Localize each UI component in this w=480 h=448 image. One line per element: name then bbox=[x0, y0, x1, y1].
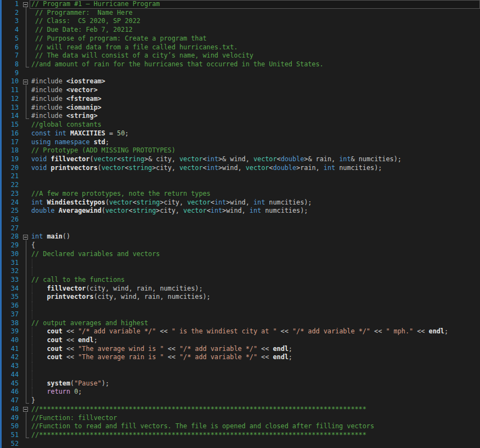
code-text[interactable]: //**************************************… bbox=[31, 431, 480, 440]
code-text[interactable]: // will read data from a file called hur… bbox=[31, 43, 480, 52]
line-number[interactable]: 14 bbox=[2, 112, 19, 121]
code-text[interactable] bbox=[31, 216, 480, 224]
line-number[interactable]: 11 bbox=[2, 86, 19, 95]
line-number[interactable]: 38 bbox=[2, 319, 19, 328]
line-number[interactable]: 47 bbox=[2, 396, 19, 405]
code-text[interactable]: } bbox=[31, 396, 480, 405]
code-text[interactable]: using namespace std; bbox=[31, 138, 480, 147]
code-text[interactable]: // Program #1 – Hurricane Program bbox=[31, 0, 480, 9]
code-text[interactable]: const int MAXCITIES = 50; bbox=[31, 129, 480, 138]
code-text[interactable] bbox=[31, 181, 480, 190]
fold-collapse-icon[interactable] bbox=[23, 2, 28, 7]
line-number[interactable]: 50 bbox=[2, 422, 19, 431]
code-text[interactable]: // Purpose of program: Create a program … bbox=[31, 35, 480, 43]
code-text[interactable] bbox=[31, 440, 480, 448]
line-number[interactable]: 2 bbox=[2, 9, 19, 18]
code-text[interactable]: // Due Date: Feb 7, 20212 bbox=[31, 26, 480, 35]
line-number[interactable]: 1 bbox=[2, 0, 19, 9]
line-number[interactable]: 8 bbox=[2, 60, 19, 69]
line-number[interactable]: 30 bbox=[2, 250, 19, 259]
line-number[interactable]: 12 bbox=[2, 95, 19, 104]
code-text[interactable]: // Declared variables and vectors bbox=[31, 250, 480, 259]
line-number[interactable]: 3 bbox=[2, 17, 19, 26]
code-text[interactable]: //**************************************… bbox=[31, 405, 480, 414]
code-text[interactable] bbox=[31, 302, 480, 310]
code-text[interactable]: printvectors(city, wind, rain, numcities… bbox=[31, 293, 480, 302]
line-number[interactable]: 44 bbox=[2, 371, 19, 379]
code-text[interactable]: #include <iomanip> bbox=[31, 104, 480, 112]
line-number[interactable]: 48 bbox=[2, 405, 19, 414]
line-number[interactable]: 52 bbox=[2, 440, 19, 448]
line-number[interactable]: 46 bbox=[2, 388, 19, 396]
code-text[interactable]: return 0; bbox=[31, 388, 480, 396]
line-number[interactable]: 16 bbox=[2, 129, 19, 138]
line-number[interactable]: 42 bbox=[2, 353, 19, 362]
line-number[interactable]: 18 bbox=[2, 146, 19, 155]
code-text[interactable] bbox=[31, 69, 480, 78]
line-number[interactable]: 22 bbox=[2, 181, 19, 190]
code-text[interactable]: //Function: fillvector bbox=[31, 414, 480, 423]
line-number[interactable]: 17 bbox=[2, 138, 19, 147]
code-text[interactable]: // output averages and highest bbox=[31, 319, 480, 328]
line-number[interactable]: 10 bbox=[2, 77, 19, 86]
code-text[interactable]: int main() bbox=[31, 232, 480, 241]
line-number[interactable]: 34 bbox=[2, 285, 19, 293]
line-number[interactable]: 39 bbox=[2, 327, 19, 336]
line-number[interactable]: 37 bbox=[2, 310, 19, 319]
line-number[interactable]: 36 bbox=[2, 302, 19, 310]
line-number[interactable]: 21 bbox=[2, 172, 19, 181]
fold-collapse-icon[interactable] bbox=[23, 80, 28, 84]
code-text[interactable]: system("Pause"); bbox=[31, 379, 480, 388]
line-number[interactable]: 41 bbox=[2, 345, 19, 354]
fold-collapse-icon[interactable] bbox=[23, 235, 28, 240]
line-number[interactable]: 24 bbox=[2, 199, 19, 207]
code-text[interactable]: //A few more prototypes, note the return… bbox=[31, 190, 480, 199]
line-number[interactable]: 45 bbox=[2, 379, 19, 388]
code-text[interactable]: cout << "/* add variable */" << " is the… bbox=[31, 327, 480, 336]
line-number[interactable]: 15 bbox=[2, 121, 19, 129]
code-text[interactable]: fillvector(city, wind, rain, numcities); bbox=[31, 285, 480, 293]
line-number[interactable]: 19 bbox=[2, 155, 19, 164]
line-number[interactable]: 9 bbox=[2, 69, 19, 78]
code-text[interactable]: #include <vector> bbox=[31, 86, 480, 95]
line-number[interactable]: 49 bbox=[2, 414, 19, 423]
code-text[interactable]: void fillvector(vector<string>& city, ve… bbox=[31, 155, 480, 164]
line-number[interactable]: 28 bbox=[2, 232, 19, 241]
code-text[interactable] bbox=[31, 371, 480, 379]
code-text[interactable]: #include <string> bbox=[31, 112, 480, 121]
code-text[interactable]: int Windiestcitypos(vector<string>city, … bbox=[31, 199, 480, 207]
line-number[interactable]: 43 bbox=[2, 362, 19, 371]
line-number[interactable]: 51 bbox=[2, 431, 19, 440]
code-text[interactable]: cout << "The average rain is " << "/* ad… bbox=[31, 353, 480, 362]
code-text[interactable]: // Class: CS 2020, SP 2022 bbox=[31, 17, 480, 26]
line-number[interactable]: 7 bbox=[2, 52, 19, 60]
code-text[interactable]: // call to the functions bbox=[31, 276, 480, 285]
code-text[interactable]: // The data will consist of a city’s nam… bbox=[31, 52, 480, 60]
code-text[interactable] bbox=[31, 267, 480, 276]
line-number[interactable]: 6 bbox=[2, 43, 19, 52]
line-number[interactable]: 4 bbox=[2, 26, 19, 35]
fold-collapse-icon[interactable] bbox=[23, 407, 28, 412]
code-text[interactable]: void printvectors(vector<string>city, ve… bbox=[31, 164, 480, 173]
code-text[interactable] bbox=[31, 172, 480, 181]
line-number[interactable]: 35 bbox=[2, 293, 19, 302]
code-text[interactable] bbox=[31, 310, 480, 319]
code-text[interactable]: cout << "The average wind is " << "/* ad… bbox=[31, 345, 480, 354]
code-text[interactable]: //global constants bbox=[31, 121, 480, 129]
line-number[interactable]: 40 bbox=[2, 336, 19, 345]
line-number[interactable]: 23 bbox=[2, 190, 19, 199]
line-number[interactable]: 32 bbox=[2, 267, 19, 276]
line-number[interactable]: 26 bbox=[2, 216, 19, 224]
line-number[interactable]: 5 bbox=[2, 35, 19, 43]
code-text[interactable]: //Function to read and fill vectors. The… bbox=[31, 422, 480, 431]
code-text[interactable] bbox=[31, 362, 480, 371]
code-text[interactable]: //and amount of rain for the hurricanes … bbox=[31, 60, 480, 69]
code-text[interactable]: #include <fstream> bbox=[31, 95, 480, 104]
code-text[interactable]: // Prototype (ADD MISSING PROTOTYPES) bbox=[31, 146, 480, 155]
code-text[interactable]: // Programmer: Name Here bbox=[31, 9, 480, 18]
code-text[interactable] bbox=[31, 224, 480, 233]
line-number[interactable]: 27 bbox=[2, 224, 19, 233]
line-number[interactable]: 13 bbox=[2, 104, 19, 112]
line-number[interactable]: 25 bbox=[2, 207, 19, 216]
code-text[interactable]: #include <iostream> bbox=[31, 77, 480, 86]
